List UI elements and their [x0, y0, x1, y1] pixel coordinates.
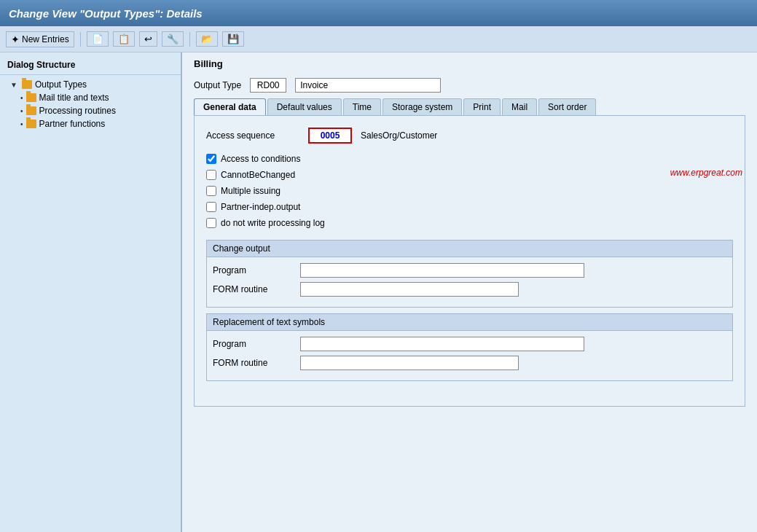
replacement-text-content: Program FORM routine	[207, 331, 732, 380]
toolbar-separator-2	[189, 32, 190, 47]
checkbox-multiple-issuing-row: Multiple issuing	[206, 186, 733, 196]
copy-button[interactable]: 📄	[87, 31, 109, 47]
access-sequence-input[interactable]	[308, 128, 352, 144]
export-button[interactable]: 📋	[113, 31, 135, 47]
sidebar-item-partner-functions[interactable]: • Partner functions	[0, 117, 181, 130]
sidebar-label-partner-functions: Partner functions	[39, 119, 106, 129]
replacement-text-section: Replacement of text symbols Program FORM…	[206, 313, 733, 381]
replacement-program-label: Program	[213, 339, 300, 349]
checkbox-no-log-row: do not write processing log	[206, 218, 733, 228]
checkbox-access-conditions-row: Access to conditions	[206, 154, 733, 164]
change-output-content: Program FORM routine	[207, 257, 732, 307]
output-type-label: Output Type	[194, 80, 241, 90]
tab-sort-order[interactable]: Sort order	[538, 98, 596, 115]
replacement-program-input[interactable]	[300, 337, 584, 351]
folder-icon-mail-title	[26, 93, 36, 102]
tab-mail[interactable]: Mail	[502, 98, 537, 115]
tab-bar: General data Default values Time Storage…	[182, 98, 757, 115]
change-output-program-label: Program	[213, 265, 300, 275]
output-type-code-input[interactable]	[250, 78, 286, 93]
tab-default-values[interactable]: Default values	[267, 98, 342, 115]
main-layout: Dialog Structure ▼ Output Types • Mail t…	[0, 52, 757, 532]
toolbar: ✦ New Entries 📄 📋 ↩ 🔧 📂 💾	[0, 26, 757, 52]
change-output-form-input[interactable]	[300, 282, 519, 297]
content-section-header: Billing	[182, 52, 757, 75]
bullet-mail-title: •	[20, 94, 23, 102]
replacement-form-row: FORM routine	[213, 356, 726, 370]
undo-icon: ↩	[144, 34, 152, 44]
replacement-program-row: Program	[213, 337, 726, 351]
sidebar-title: Dialog Structure	[0, 57, 181, 75]
upload-button[interactable]: 📂	[196, 31, 218, 47]
undo-button[interactable]: ↩	[139, 31, 157, 47]
checkbox-multiple-issuing[interactable]	[206, 186, 216, 196]
replacement-text-title: Replacement of text symbols	[207, 314, 732, 331]
tree-expand-icon: ▼	[10, 81, 17, 89]
checkbox-partner-indep-label: Partner-indep.output	[221, 202, 300, 212]
sidebar-label-processing: Processing routines	[39, 106, 116, 116]
title-bar: Change View "Output Types": Details	[0, 0, 757, 26]
access-sequence-label: Access sequence	[206, 130, 308, 141]
content-area: www.erpgreat.com Billing Output Type Gen…	[182, 52, 757, 532]
replacement-form-label: FORM routine	[213, 358, 300, 368]
checkbox-no-log[interactable]	[206, 218, 216, 228]
bullet-processing: •	[20, 107, 23, 115]
upload-icon: 📂	[201, 34, 213, 44]
change-output-title: Change output	[207, 240, 732, 257]
change-output-form-label: FORM routine	[213, 284, 300, 294]
sidebar-label-output-types: Output Types	[35, 79, 87, 90]
checkbox-access-conditions[interactable]	[206, 154, 216, 164]
replacement-form-input[interactable]	[300, 356, 519, 370]
checkbox-access-conditions-label: Access to conditions	[221, 154, 300, 164]
checkbox-cannot-changed-label: CannotBeChanged	[221, 170, 295, 180]
sidebar: Dialog Structure ▼ Output Types • Mail t…	[0, 52, 182, 532]
toolbar-separator-1	[80, 32, 81, 47]
copy-icon: 📄	[92, 34, 103, 44]
access-sequence-desc: SalesOrg/Customer	[361, 130, 437, 141]
checkbox-partner-indep-row: Partner-indep.output	[206, 202, 733, 212]
page-title: Change View "Output Types": Details	[9, 7, 203, 20]
watermark: www.erpgreat.com	[670, 168, 742, 178]
access-sequence-row: Access sequence SalesOrg/Customer	[206, 128, 733, 144]
sidebar-item-mail-title[interactable]: • Mail title and texts	[0, 91, 181, 104]
tab-content-general-data: Access sequence SalesOrg/Customer Access…	[194, 115, 745, 407]
new-icon: 🔧	[167, 34, 179, 44]
sidebar-item-output-types[interactable]: ▼ Output Types	[0, 78, 181, 91]
new-entries-icon: ✦	[11, 34, 20, 45]
export-icon: 📋	[118, 34, 130, 44]
sidebar-label-mail-title: Mail title and texts	[39, 93, 109, 103]
section-divider-1	[206, 234, 733, 240]
new-entries-label: New Entries	[22, 34, 69, 44]
change-output-program-input[interactable]	[300, 263, 584, 278]
download-icon: 💾	[227, 34, 239, 44]
folder-icon-output-types	[22, 80, 32, 89]
tab-storage-system[interactable]: Storage system	[383, 98, 462, 115]
checkbox-partner-indep[interactable]	[206, 202, 216, 212]
folder-icon-partner-functions	[26, 120, 36, 128]
tab-print[interactable]: Print	[463, 98, 501, 115]
checkbox-cannot-changed[interactable]	[206, 170, 216, 180]
change-output-program-row: Program	[213, 263, 726, 278]
bullet-partner-functions: •	[20, 120, 23, 128]
checkbox-no-log-label: do not write processing log	[221, 218, 325, 228]
new-icon-button[interactable]: 🔧	[162, 31, 184, 47]
tab-time[interactable]: Time	[343, 98, 381, 115]
download-button[interactable]: 💾	[222, 31, 244, 47]
checkbox-cannot-changed-row: CannotBeChanged	[206, 170, 733, 180]
change-output-form-row: FORM routine	[213, 282, 726, 297]
output-type-desc-input[interactable]	[295, 78, 441, 93]
tab-general-data[interactable]: General data	[194, 98, 266, 115]
checkbox-multiple-issuing-label: Multiple issuing	[221, 186, 281, 196]
folder-icon-processing	[26, 106, 36, 115]
change-output-section: Change output Program FORM routine	[206, 240, 733, 308]
output-type-row: Output Type	[182, 75, 757, 98]
new-entries-button[interactable]: ✦ New Entries	[6, 31, 74, 47]
sidebar-item-processing[interactable]: • Processing routines	[0, 104, 181, 117]
